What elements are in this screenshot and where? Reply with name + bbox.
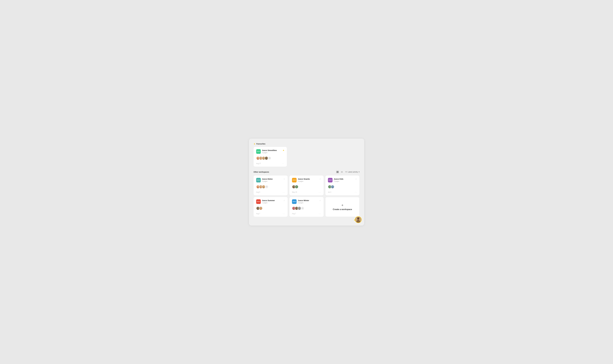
svg-rect-13	[341, 172, 343, 172]
workspace-logo-snacks: Jusco	[292, 178, 297, 182]
card-title-area: Jusco Jusco Smoothies 4 pages	[256, 149, 277, 154]
workspace-name-kids: Jusco Kids	[334, 178, 343, 180]
svg-point-45	[358, 219, 358, 219]
workspace-pages-winter: 3 pages	[298, 202, 309, 204]
svg-point-19	[257, 187, 259, 188]
other-workspaces-title: Other workspaces	[253, 171, 269, 173]
svg-point-5	[263, 158, 265, 160]
workspace-card-summer[interactable]: Jusco Jusco Summer 1 pages ☆ Aug 7 ···	[253, 197, 288, 217]
svg-point-26	[296, 186, 297, 187]
grid-icon	[336, 171, 339, 173]
workspace-star-snacks[interactable]: ☆	[319, 178, 321, 180]
user-avatar-image	[355, 216, 361, 223]
favourites-section-header: ★ Favourites	[253, 143, 360, 145]
workspace-name-detox: Jusco Detox	[262, 178, 273, 180]
svg-point-29	[329, 187, 331, 188]
workspace-card-kids[interactable]: Jusco Jusco Kids 2 pages ☆ Jul 3 ···	[325, 176, 360, 195]
svg-point-44	[356, 220, 360, 223]
card-menu-summer[interactable]: ···	[283, 213, 285, 215]
card-footer-smoothies: Aug 27 ···	[256, 163, 284, 165]
workspace-star-kids[interactable]: ☆	[355, 178, 357, 180]
svg-rect-14	[341, 172, 343, 173]
workspace-card-snacks[interactable]: Jusco Jusco Snacks 4 pages ☆ May 25 ···	[289, 176, 324, 195]
svg-point-41	[298, 208, 300, 210]
card-menu-snacks[interactable]: ···	[319, 191, 321, 193]
avatar-s2	[295, 185, 298, 189]
notification-triangle	[354, 219, 355, 221]
svg-rect-9	[338, 171, 338, 172]
grid-view-button[interactable]	[336, 170, 339, 174]
svg-point-4	[263, 157, 264, 158]
svg-point-33	[257, 208, 259, 210]
svg-point-47	[357, 219, 359, 220]
workspace-logo-summer: Jusco	[256, 199, 261, 204]
avatars-row-winter: +1	[292, 207, 321, 210]
avatars-row-detox: +2	[256, 185, 285, 189]
workspace-star-winter[interactable]: ☆	[319, 199, 321, 202]
svg-point-0	[257, 157, 258, 158]
workspace-logo-smoothies: Jusco	[256, 149, 261, 154]
user-avatar[interactable]	[355, 216, 361, 223]
workspace-pages-kids: 2 pages	[334, 180, 343, 182]
other-workspaces-header: Other workspaces	[253, 170, 360, 174]
avatars-row-kids	[328, 185, 357, 189]
card-menu-smoothies[interactable]: ···	[282, 163, 284, 165]
svg-point-37	[293, 208, 295, 210]
avatar-k2	[331, 185, 334, 189]
svg-rect-12	[341, 171, 343, 172]
svg-point-7	[266, 158, 267, 160]
workspace-star-summer[interactable]: ☆	[283, 199, 285, 202]
svg-point-35	[260, 208, 262, 210]
workspace-pages-snacks: 4 pages	[298, 180, 310, 182]
svg-rect-11	[338, 172, 338, 173]
avatar-count-winter: +1	[301, 207, 304, 210]
card-date-summer: Aug 7	[256, 213, 260, 215]
svg-point-34	[260, 207, 261, 208]
card-date-kids: Jul 3	[328, 191, 331, 193]
create-workspace-label: Create a workspace	[333, 208, 352, 210]
svg-point-3	[260, 158, 262, 160]
chevron-down-icon: ▾	[359, 171, 360, 173]
workspace-card-detox[interactable]: Jusco Jusco Detox 5 pages ☆ +2 Aug 5 ···	[253, 176, 288, 195]
avatar-count-detox: +2	[265, 185, 268, 189]
card-date-winter: Aug 7	[292, 213, 296, 215]
avatar-su2	[259, 207, 263, 210]
sort-button[interactable]: Latest activity ▾	[345, 171, 360, 173]
card-date-snacks: May 25	[292, 191, 297, 193]
svg-rect-10	[337, 172, 337, 173]
workspace-card-winter[interactable]: Jusco Jusco Winter 3 pages ☆ +1 Aug 7 ··…	[289, 197, 324, 217]
svg-point-27	[296, 187, 297, 188]
workspace-star-detox[interactable]: ☆	[283, 178, 285, 180]
svg-rect-8	[337, 171, 337, 172]
svg-point-24	[293, 186, 294, 187]
svg-point-48	[357, 218, 360, 219]
card-menu-detox[interactable]: ···	[283, 191, 285, 193]
card-header: Jusco Jusco Smoothies 4 pages ★	[256, 149, 284, 154]
svg-point-25	[293, 187, 295, 188]
avatars-row-smoothies: +3	[256, 156, 284, 160]
svg-point-2	[260, 157, 261, 158]
sort-label: Latest activity	[348, 171, 358, 173]
workspace-pages-summer: 1 pages	[262, 202, 275, 204]
svg-point-21	[260, 187, 262, 188]
svg-point-18	[257, 186, 258, 187]
svg-point-30	[332, 186, 333, 187]
workspace-name-winter: Jusco Winter	[298, 199, 309, 202]
card-menu-winter[interactable]: ···	[319, 213, 321, 215]
workspace-name-snacks: Jusco Snacks	[298, 178, 310, 180]
avatar-count-smoothies: +3	[268, 156, 271, 160]
svg-point-6	[266, 157, 267, 158]
svg-point-23	[263, 187, 265, 188]
card-menu-kids[interactable]: ···	[355, 191, 357, 193]
svg-point-39	[296, 208, 297, 210]
list-view-button[interactable]	[340, 170, 344, 174]
create-plus-icon: +	[341, 203, 343, 207]
view-toggle	[336, 170, 344, 174]
workspace-star-smoothies[interactable]: ★	[283, 149, 284, 152]
svg-point-38	[296, 207, 297, 208]
sort-icon	[345, 171, 347, 173]
workspace-logo-kids: Jusco	[328, 178, 333, 182]
workspace-card-smoothies[interactable]: Jusco Jusco Smoothies 4 pages ★	[253, 147, 287, 167]
create-workspace-card[interactable]: + Create a workspace	[325, 197, 360, 217]
workspace-logo-detox: Jusco	[256, 178, 261, 182]
